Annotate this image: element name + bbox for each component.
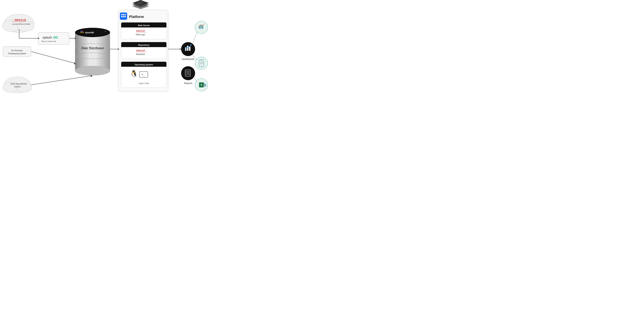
svg-text:Timekeeping System: Timekeeping System [8,52,26,55]
svg-text:>_: >_ [142,73,145,76]
cylinder-body [75,32,110,71]
svg-rect-62 [121,64,166,67]
svg-text:X: X [200,84,202,86]
svg-marker-76 [90,75,92,77]
svg-text:®: ® [144,49,145,50]
svg-point-99 [201,66,202,66]
svg-text:ORACLE: ORACLE [136,30,145,32]
svg-marker-74 [74,62,76,64]
svg-marker-31 [132,2,149,8]
svg-rect-61 [121,62,166,67]
os-section [121,62,166,88]
svg-point-2 [18,21,34,31]
svg-marker-78 [118,48,120,50]
svg-point-34 [140,2,140,3]
output-icon-mobile [195,57,208,70]
svg-rect-94 [199,26,200,29]
svg-text:📞: 📞 [42,40,43,42]
svg-text:®: ® [144,30,145,31]
svg-text:splashBI: splashBI [85,31,94,34]
svg-text:Metadata: Metadata [136,53,145,56]
svg-text:DATA PIPELINE: DATA PIPELINE [43,40,56,42]
svg-rect-103 [199,82,204,87]
svg-text:Web Server: Web Server [138,24,150,26]
web-server-section [121,22,166,39]
svg-line-73 [31,52,75,63]
svg-point-44 [123,16,124,17]
svg-text:SaaS Recruitment: SaaS Recruitment [10,83,27,85]
svg-rect-21 [78,30,107,35]
onpremises-box [3,46,31,56]
svg-rect-39 [120,12,127,20]
svg-rect-106 [205,84,206,86]
svg-rect-86 [185,70,190,76]
svg-text:Reports: Reports [184,82,192,84]
svg-rect-55 [121,44,166,47]
svg-point-33 [138,2,138,3]
svg-text:✓: ✓ [190,72,191,74]
svg-rect-48 [121,25,166,28]
svg-text:CLOUD APPLICATIONS: CLOUD APPLICATIONS [12,23,30,25]
svg-text:Platform: Platform [129,15,144,19]
svg-point-38 [142,2,143,3]
svg-point-9 [17,83,32,92]
svg-rect-97 [199,60,204,67]
svg-text:Repository: Repository [138,44,150,46]
svg-point-41 [123,14,124,15]
svg-rect-95 [200,25,202,29]
repository-section [121,42,166,59]
svg-line-109 [192,76,197,82]
svg-point-22 [80,32,81,33]
svg-marker-30 [132,3,149,9]
svg-point-19 [75,53,110,59]
svg-text:On-Premises: On-Premises [11,50,23,52]
svg-marker-32 [132,0,149,6]
svg-point-7 [4,77,31,93]
svg-text:WebLogic: WebLogic [136,33,145,36]
svg-point-26 [82,31,83,32]
svg-rect-83 [189,46,190,51]
svg-text:Data Warehouse: Data Warehouse [81,46,104,50]
svg-text:®: ® [16,20,17,21]
svg-rect-96 [202,25,203,29]
svg-point-1 [2,20,21,32]
svg-text:ORACLE: ORACLE [15,18,26,21]
svg-point-45 [124,16,126,17]
svg-rect-82 [187,46,188,51]
svg-point-24 [82,32,84,33]
svg-point-43 [121,16,122,17]
svg-point-20 [75,66,110,76]
svg-text:splash: splash [42,36,52,39]
svg-line-108 [192,55,197,60]
svg-rect-47 [121,22,166,28]
svg-point-36 [139,4,139,4]
svg-text:OC: OC [53,36,58,39]
dashboards-circle [181,42,195,56]
output-icon-excel [195,78,208,91]
svg-marker-84 [190,44,192,46]
svg-text:System: System [14,86,21,88]
diagram-container: ORACLE ® CLOUD APPLICATIONS SaaS Recruit… [0,0,213,105]
splashoc-box [38,32,69,44]
svg-rect-65 [140,72,148,78]
svg-marker-70 [38,38,40,39]
svg-text:Dashboards: Dashboards [182,58,194,60]
svg-line-107 [192,32,197,44]
svg-point-40 [121,14,122,15]
svg-marker-80 [180,48,182,50]
platform-container [118,10,168,92]
svg-text:Linux / Unix: Linux / Unix [139,82,149,84]
svg-marker-72 [75,38,76,39]
svg-text:🐧: 🐧 [130,70,138,78]
reports-circle [181,66,195,80]
output-icon-top [195,21,208,34]
svg-text:✓: ✓ [190,70,191,72]
cylinder-top-cap [75,28,110,37]
svg-text:®: ® [105,31,106,32]
svg-point-35 [141,2,142,2]
svg-text:ORACLE: ORACLE [136,50,145,52]
svg-text:Operating System: Operating System [134,64,153,66]
svg-point-42 [124,14,126,15]
svg-rect-54 [121,42,166,47]
cylinder-top [75,28,110,37]
